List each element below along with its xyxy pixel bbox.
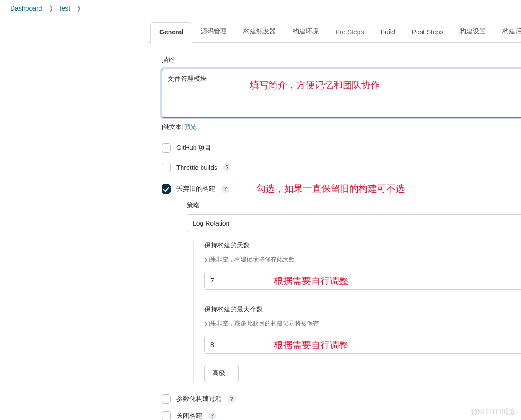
- max-builds-label: 保持构建的最大个数: [204, 305, 521, 314]
- tab-build[interactable]: Build: [372, 23, 404, 42]
- github-project-checkbox[interactable]: [162, 143, 171, 153]
- help-icon[interactable]: ?: [228, 395, 236, 403]
- annotation-discard-old: 勾选，如果一直保留旧的构建可不选: [256, 182, 405, 195]
- breadcrumb: Dashboard ❯ test ❯: [0, 0, 521, 19]
- help-icon[interactable]: ?: [221, 185, 229, 193]
- plain-text-label: [纯文本]: [162, 123, 183, 130]
- advanced-button[interactable]: 高级...: [204, 365, 239, 382]
- disable-build-checkbox[interactable]: [162, 411, 171, 420]
- throttle-builds-checkbox[interactable]: [162, 163, 171, 172]
- github-project-label: GitHub 项目: [176, 144, 211, 152]
- tab-post-steps[interactable]: Post Steps: [404, 23, 452, 42]
- tab-general[interactable]: General: [150, 22, 192, 43]
- days-to-keep-label: 保持构建的天数: [204, 241, 521, 250]
- parameterized-build-label: 参数化构建过程: [176, 395, 222, 403]
- help-icon[interactable]: ?: [208, 412, 216, 420]
- description-label: 描述: [162, 56, 521, 64]
- breadcrumb-item-dashboard[interactable]: Dashboard: [10, 5, 42, 12]
- max-builds-hint: 如果非空，最多此数目的构建记录将被保存: [204, 319, 521, 328]
- tab-pre-steps[interactable]: Pre Steps: [327, 23, 372, 42]
- help-icon[interactable]: ?: [223, 163, 231, 172]
- left-gutter: [0, 19, 148, 420]
- parameterized-build-checkbox[interactable]: [162, 394, 171, 404]
- disable-build-label: 关闭构建: [176, 412, 202, 420]
- throttle-builds-label: Throttle builds: [176, 164, 217, 171]
- preview-link[interactable]: 预览: [185, 123, 197, 130]
- discard-old-builds-panel: 策略 Log Rotation 保持构建的天数 如果非空，构建记录将保存此天数 …: [176, 201, 521, 382]
- discard-old-builds-label: 丢弃旧的构建: [176, 185, 215, 193]
- tab-triggers[interactable]: 构建触发器: [235, 22, 284, 42]
- discard-old-builds-checkbox[interactable]: [162, 184, 171, 194]
- chevron-right-icon: ❯: [49, 5, 53, 12]
- strategy-select[interactable]: Log Rotation: [187, 214, 521, 232]
- config-tabs: General 源码管理 构建触发器 构建环境 Pre Steps Build …: [148, 22, 521, 43]
- tab-scm[interactable]: 源码管理: [192, 22, 235, 42]
- chevron-right-icon: ❯: [77, 5, 81, 12]
- description-textarea[interactable]: [162, 69, 521, 118]
- tab-build-settings[interactable]: 构建设置: [451, 22, 494, 42]
- breadcrumb-item-test[interactable]: test: [60, 5, 71, 12]
- strategy-label: 策略: [187, 201, 521, 210]
- tab-post-build[interactable]: 构建后操作: [494, 22, 521, 42]
- days-to-keep-hint: 如果非空，构建记录将保存此天数: [204, 255, 521, 264]
- days-to-keep-input[interactable]: [204, 272, 521, 290]
- max-builds-input[interactable]: [204, 336, 521, 354]
- tab-build-env[interactable]: 构建环境: [284, 22, 327, 42]
- log-rotation-panel: 保持构建的天数 如果非空，构建记录将保存此天数 根据需要自行调整 保持构建的最大…: [193, 241, 521, 382]
